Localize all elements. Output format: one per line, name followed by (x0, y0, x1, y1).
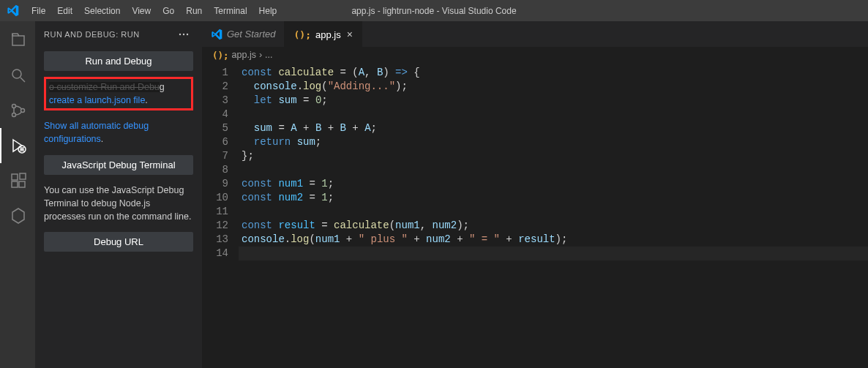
code-line[interactable] (239, 163, 868, 177)
code-line[interactable] (239, 247, 868, 260)
code-line[interactable]: console.log(num1 + " plus " + num2 + " =… (239, 233, 868, 247)
main-area: RUN AND DEBUG: RUN Run and Debug o custo… (0, 21, 868, 368)
code-line[interactable]: return sum; (239, 135, 868, 149)
source-control-icon[interactable] (0, 93, 35, 128)
js-debug-terminal-button[interactable]: JavaScript Debug Terminal (44, 155, 193, 175)
extensions-icon[interactable] (0, 163, 35, 198)
run-and-debug-button[interactable]: Run and Debug (44, 51, 193, 71)
code-line[interactable]: let sum = 0; (239, 94, 868, 108)
menu-selection[interactable]: Selection (78, 0, 126, 21)
tab-app-js[interactable]: (); app.js × (285, 21, 362, 47)
code-line[interactable]: }; (239, 149, 868, 163)
sidebar: RUN AND DEBUG: RUN Run and Debug o custo… (35, 21, 202, 368)
svg-point-1 (12, 105, 16, 108)
line-number: 4 (202, 108, 228, 121)
code-line[interactable]: const calculate = (A, B) => { (239, 66, 868, 80)
svg-point-3 (21, 109, 25, 113)
js-terminal-help-text: You can use the JavaScript Debug Termina… (44, 184, 193, 223)
menu-file[interactable]: File (26, 0, 51, 21)
code-line[interactable]: const result = calculate(num1, num2); (239, 219, 868, 233)
code-editor[interactable]: 1234567891011121314 const calculate = (A… (202, 63, 868, 368)
code-line[interactable]: sum = A + B + B + A; (239, 121, 868, 135)
activity-bar (0, 21, 35, 368)
show-all-configs-link[interactable]: Show all automatic debug configurations (44, 121, 149, 144)
sidebar-header: RUN AND DEBUG: RUN (35, 21, 202, 47)
code-line[interactable]: console.log("Adding..."); (239, 80, 868, 94)
svg-point-11 (187, 33, 188, 34)
line-number: 1 (202, 66, 228, 80)
svg-point-9 (179, 33, 181, 34)
explorer-icon[interactable] (0, 23, 35, 58)
tab-label: Get Started (227, 29, 275, 40)
show-all-configs: Show all automatic debug configurations. (44, 119, 193, 146)
menu-go[interactable]: Go (157, 0, 180, 21)
debug-url-button[interactable]: Debug URL (44, 232, 193, 252)
menu-view[interactable]: View (126, 0, 157, 21)
line-number: 11 (202, 205, 228, 219)
js-brackets-icon: (); (212, 50, 229, 61)
breadcrumb[interactable]: (); app.js › ... (202, 47, 868, 63)
svg-rect-6 (12, 181, 18, 187)
sidebar-title: RUN AND DEBUG: RUN (44, 30, 140, 39)
line-number: 8 (202, 163, 228, 177)
more-actions-icon[interactable] (174, 25, 193, 44)
breadcrumb-more: ... (265, 50, 272, 60)
svg-rect-5 (12, 174, 18, 180)
menu-edit[interactable]: Edit (51, 0, 78, 21)
editor-area: Get Started (); app.js × (); app.js › ..… (202, 21, 868, 368)
svg-rect-8 (20, 173, 26, 179)
menu-terminal[interactable]: Terminal (208, 0, 252, 21)
line-number: 7 (202, 149, 228, 163)
js-brackets-icon: (); (293, 29, 310, 40)
svg-point-10 (183, 33, 184, 34)
line-number: 9 (202, 177, 228, 191)
search-icon[interactable] (0, 58, 35, 93)
window-title: app.js - lightrun-node - Visual Studio C… (351, 6, 516, 16)
svg-point-0 (12, 70, 21, 78)
create-launch-callout: o customize Run and Debug create a launc… (44, 77, 193, 110)
line-number: 12 (202, 219, 228, 233)
tab-label: app.js (315, 29, 341, 40)
svg-rect-7 (19, 181, 25, 187)
code-content[interactable]: const calculate = (A, B) => { console.lo… (239, 63, 868, 368)
hexagon-icon[interactable] (0, 198, 35, 233)
create-launch-json-link[interactable]: create a launch.json file (49, 95, 145, 105)
line-number: 13 (202, 233, 228, 247)
breadcrumb-file: app.js (232, 50, 256, 60)
chevron-right-icon: › (259, 50, 262, 60)
line-number: 2 (202, 80, 228, 94)
menu-bar: FileEditSelectionViewGoRunTerminalHelp (26, 0, 283, 21)
code-line[interactable]: const num2 = 1; (239, 191, 868, 205)
close-icon[interactable]: × (347, 29, 353, 40)
line-number: 10 (202, 191, 228, 205)
line-number: 6 (202, 135, 228, 149)
line-number: 14 (202, 247, 228, 260)
code-line[interactable]: const num1 = 1; (239, 177, 868, 191)
tab-get-started[interactable]: Get Started (202, 21, 285, 47)
vscode-icon (211, 29, 222, 40)
menu-run[interactable]: Run (180, 0, 208, 21)
line-number-gutter: 1234567891011121314 (202, 63, 239, 368)
line-number: 5 (202, 121, 228, 135)
svg-point-2 (12, 113, 16, 117)
menu-help[interactable]: Help (253, 0, 283, 21)
customize-text-truncated: o customize Run and Debu (49, 82, 160, 92)
code-line[interactable] (239, 108, 868, 121)
line-number: 3 (202, 94, 228, 108)
titlebar: FileEditSelectionViewGoRunTerminalHelp a… (0, 0, 868, 21)
vscode-logo (0, 4, 26, 17)
run-debug-icon[interactable] (0, 128, 35, 163)
code-line[interactable] (239, 205, 868, 219)
editor-tabs: Get Started (); app.js × (202, 21, 868, 47)
sidebar-body: Run and Debug o customize Run and Debug … (35, 47, 202, 265)
